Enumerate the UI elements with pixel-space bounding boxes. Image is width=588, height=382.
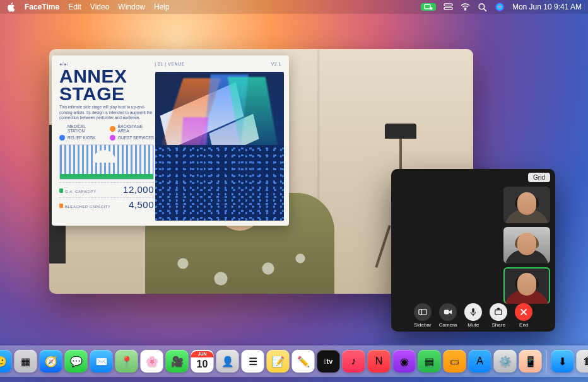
legend-item: BACKSTAGE AREA <box>110 124 154 133</box>
shared-presentation-slide: ●/●/ | 01 | VENUE V2.1 ANNEX STAGE This … <box>52 55 289 226</box>
dock-app-music[interactable]: ♪ <box>343 350 365 373</box>
svg-point-5 <box>479 4 485 9</box>
dock-app-freeform[interactable]: ✏️ <box>292 350 315 373</box>
slide-mini-map <box>59 144 154 180</box>
menubar-datetime[interactable]: Mon Jun 10 9:41 AM <box>512 3 582 11</box>
end-call-button[interactable]: End <box>515 303 532 328</box>
slide-isometric-render <box>155 72 284 221</box>
dock-app-photos[interactable]: 🌸 <box>141 350 163 373</box>
participant-thumbnail[interactable] <box>503 227 550 263</box>
legend-item: RELIEF KIOSK <box>59 135 103 141</box>
dock-app-maps[interactable]: 📍 <box>115 350 138 373</box>
svg-point-1 <box>430 8 432 10</box>
legend-item: MEDICAL STATION <box>59 124 103 133</box>
share-button[interactable]: Share <box>490 303 507 328</box>
sidebar-button[interactable]: Sidebar <box>414 303 432 328</box>
dock-app-launchpad[interactable]: ▦ <box>15 350 37 373</box>
dock-app-trash[interactable]: 🗑 <box>577 350 589 373</box>
wifi-icon[interactable] <box>461 3 470 12</box>
svg-point-6 <box>495 3 504 11</box>
dock-app-safari[interactable]: 🧭 <box>40 350 62 373</box>
slide-breadcrumb: | 01 | VENUE <box>155 62 184 66</box>
apple-menu-icon[interactable] <box>6 3 16 12</box>
screen-share-indicator-icon[interactable] <box>421 3 436 11</box>
dock-app-notes[interactable]: 📝 <box>267 350 290 373</box>
dock-app-messages[interactable]: 💬 <box>65 350 88 373</box>
slide-legend: MEDICAL STATION BACKSTAGE AREA RELIEF KI… <box>59 124 154 141</box>
dock-app-facetime[interactable]: 🎥 <box>166 350 189 373</box>
ga-capacity-value: 12,000 <box>123 184 154 195</box>
dock-app-downloads[interactable]: ⬇︎ <box>551 350 574 373</box>
self-view-thumbnail[interactable] <box>503 267 550 304</box>
view-toggle-grid-button[interactable]: Grid <box>528 173 550 182</box>
svg-rect-7 <box>419 310 426 315</box>
svg-rect-0 <box>425 4 430 9</box>
menubar-item-edit[interactable]: Edit <box>68 3 81 11</box>
menubar-item-window[interactable]: Window <box>118 3 145 11</box>
menubar-item-video[interactable]: Video <box>90 3 109 11</box>
dock-app-finder[interactable]: 🙂 <box>0 350 12 373</box>
menubar-item-help[interactable]: Help <box>154 3 170 11</box>
svg-rect-3 <box>444 8 452 10</box>
svg-rect-8 <box>444 310 449 315</box>
dock: 🙂▦🧭💬✉️📍🌸🎥JUN10👤☰📝✏️tv♪N◉▤▭A⚙️📱⬇︎🗑 <box>0 345 588 377</box>
svg-rect-2 <box>444 4 452 6</box>
dock-app-news[interactable]: N <box>368 350 391 373</box>
dock-app-app-store[interactable]: A <box>469 350 491 373</box>
legend-item: GUEST SERVICES <box>110 135 154 141</box>
participant-thumbnail[interactable] <box>503 187 550 223</box>
dock-app-tv[interactable]: tv <box>317 350 340 373</box>
menubar-app-name[interactable]: FaceTime <box>25 3 59 11</box>
dock-separator <box>546 350 547 373</box>
mute-button[interactable]: Mute <box>464 303 482 328</box>
bleacher-capacity-value: 4,500 <box>129 199 154 210</box>
svg-rect-9 <box>472 308 474 313</box>
dock-app-numbers[interactable]: ▤ <box>418 350 441 373</box>
menubar: FaceTime Edit Video Window Help Mon Jun … <box>0 0 588 14</box>
slide-description: This intimate side stage will play host … <box>59 105 154 120</box>
facetime-controls: Sidebar Camera Mute Share End <box>391 303 555 328</box>
dock-app-podcasts[interactable]: ◉ <box>393 350 416 373</box>
dock-app-settings[interactable]: ⚙️ <box>494 350 517 373</box>
capacity-row: BLEACHER CAPACITY 4,500 <box>59 197 154 210</box>
svg-rect-10 <box>495 310 502 315</box>
dock-app-iphone-mirroring[interactable]: 📱 <box>519 350 542 373</box>
dock-app-reminders[interactable]: ☰ <box>242 350 264 373</box>
spotlight-icon[interactable] <box>478 3 487 12</box>
slide-version: V2.1 <box>271 62 281 66</box>
siri-icon[interactable] <box>495 3 505 12</box>
facetime-grid-panel[interactable]: Grid Sidebar Camera Mute Share <box>391 169 555 332</box>
dock-app-mail[interactable]: ✉️ <box>90 350 113 373</box>
control-center-icon[interactable] <box>444 3 453 12</box>
capacity-row: G.A. CAPACITY 12,000 <box>59 182 154 195</box>
dock-app-contacts[interactable]: 👤 <box>216 350 239 373</box>
dock-app-keynote[interactable]: ▭ <box>444 350 466 373</box>
dock-app-calendar[interactable]: JUN10 <box>191 350 214 373</box>
camera-button[interactable]: Camera <box>439 303 457 328</box>
svg-point-4 <box>465 9 466 11</box>
participant-thumbnails <box>503 187 550 304</box>
